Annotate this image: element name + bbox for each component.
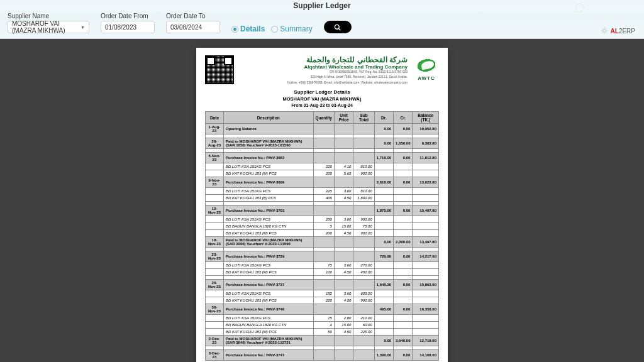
report-viewer[interactable]: شركة القحطاني للتجارة والجملة Alqahtani … bbox=[0, 39, 644, 362]
col-header: Balance (TK.) bbox=[413, 112, 439, 124]
table-row: BD LOTI KSA 151KG PCS2254.10810.00 bbox=[206, 163, 439, 170]
table-row: BD KAT KOCHU 183 (M) PCS1004.50450.00 bbox=[206, 269, 439, 276]
company-name-english: Alqahtani Wholesale and Trading Company bbox=[240, 64, 408, 70]
chevron-down-icon: ▼ bbox=[80, 25, 85, 30]
mode-summary-label: Summary bbox=[280, 25, 312, 33]
qr-code-icon bbox=[205, 55, 234, 84]
table-row: 5-Nov-23Purchase Invoice No.: PINV-36831… bbox=[206, 153, 439, 163]
gear-icon bbox=[601, 27, 608, 35]
date-from-label: Order Date From bbox=[101, 13, 155, 19]
supplier-label: Supplier Name bbox=[8, 13, 89, 19]
table-row: 26-Nov-23Purchase Invoice No.: PINV-3737… bbox=[206, 280, 439, 290]
report-page: شركة القحطاني للتجارة والجملة Alqahtani … bbox=[196, 48, 448, 362]
date-from-input[interactable] bbox=[101, 21, 155, 33]
date-to-label: Order Date To bbox=[166, 13, 220, 19]
table-row: BD LOTI KSA 151KG PCS753.60270.00 bbox=[206, 262, 439, 269]
ledger-table: DateDescriptionQuantityUnit PriceSub Tot… bbox=[205, 111, 439, 361]
company-address: 323 High Al Mina, Unit# 7980, Petromin, … bbox=[240, 75, 408, 79]
table-row: 30-Nov-23Purchase Invoice No.: PINV-3746… bbox=[206, 304, 439, 315]
leaf-icon bbox=[413, 53, 441, 77]
mode-details-radio[interactable]: Details bbox=[231, 25, 265, 33]
company-logo: AWTC bbox=[414, 55, 439, 81]
table-row: 23-Nov-23Purchase Invoice No.: PINV-3729… bbox=[206, 251, 439, 262]
brand-logo: AL2ERP bbox=[601, 27, 635, 35]
table-row: 18-Nov-23Paid to MOSHAROF VAI (MAZRA MIK… bbox=[206, 237, 439, 248]
mode-details-label: Details bbox=[240, 25, 265, 33]
search-icon bbox=[334, 24, 341, 31]
table-row: BD LOTI KSA 151KG PCS1823.60655.20 bbox=[206, 290, 439, 297]
search-button[interactable] bbox=[324, 21, 352, 33]
table-row: BD KAT KOCHU 183 (M) PCS504.50225.00 bbox=[206, 329, 439, 336]
table-row: 3-Dec-23Purchase Invoice No.: PINV-37471… bbox=[206, 350, 439, 361]
svg-line-1 bbox=[339, 28, 341, 30]
svg-point-2 bbox=[602, 30, 606, 33]
table-row: 9-Nov-23Purchase Invoice No.: PINV-36992… bbox=[206, 177, 439, 188]
svg-point-0 bbox=[335, 25, 340, 29]
table-row: 26-Aug-23Paid to MOSHAROF VAI (MAZRA MIK… bbox=[206, 138, 439, 149]
table-row: BD LOTI KSA 151KG PCS2253.60810.00 bbox=[206, 188, 439, 195]
col-header: Dr. bbox=[374, 112, 393, 124]
radio-checked-icon bbox=[231, 26, 238, 33]
brand-text-2: 2ERP bbox=[619, 28, 635, 35]
brand-text-1: AL bbox=[611, 28, 619, 35]
supplier-select[interactable]: MOSHAROF VAI (MAZRA MIKHWA) ▼ bbox=[8, 21, 89, 33]
table-row: BD LOTI KSA 151KG PCS2503.60900.00 bbox=[206, 216, 439, 223]
table-row: BD KAT KOCHU 183 (M) PCS2204.50990.00 bbox=[206, 297, 439, 304]
doc-supplier: MOSHAROF VAI (MAZRA MIKHWA) bbox=[205, 96, 439, 102]
col-header: Cr. bbox=[394, 112, 413, 124]
table-row: 2-Dec-23Paid to MOSHAROF VAI (MAZRA MIKH… bbox=[206, 336, 439, 346]
radio-unchecked-icon bbox=[271, 26, 278, 33]
doc-date-range: From 01-Aug-23 to 03-Aug-24 bbox=[205, 103, 439, 107]
table-row: 1-Aug-23Opening Balance0.000.0010,952.80 bbox=[206, 124, 439, 134]
company-registration: CR-NO5890391845, VAT Reg. No.:3102 8116 … bbox=[240, 70, 408, 74]
page-title: Supplier Ledger bbox=[0, 0, 644, 11]
company-name-arabic: شركة القحطاني للتجارة والجملة bbox=[240, 55, 408, 64]
col-header: Sub Total bbox=[353, 112, 374, 124]
table-row: BD BAGUN BANGLA 1820 KG CTN515.0075.00 bbox=[206, 223, 439, 230]
col-header: Description bbox=[223, 112, 313, 124]
table-row: BD KAT KOCHU 183 (M) PCS2005.65900.00 bbox=[206, 170, 439, 177]
date-to-input[interactable] bbox=[166, 21, 220, 33]
doc-title: Supplier Ledger Details bbox=[205, 89, 439, 95]
mode-summary-radio[interactable]: Summary bbox=[271, 25, 312, 33]
col-header: Unit Price bbox=[334, 112, 353, 124]
table-row: BD BAGUN BANGLA 1820 KG CTN415.0060.00 bbox=[206, 322, 439, 329]
company-contact: Hotline: +966 536670088, Email: info@web… bbox=[240, 80, 408, 85]
table-row: BD LOTI KSA 151KG PCS752.80210.00 bbox=[206, 315, 439, 322]
table-row: BD KAT KOCHU 183 (M) PCS2004.50900.00 bbox=[206, 230, 439, 237]
col-header: Date bbox=[206, 112, 224, 124]
filter-bar: Supplier Ledger Supplier Name MOSHAROF V… bbox=[0, 0, 644, 39]
table-row: BD KAT KOCHU 183 (B) PCS4004.501,800.00 bbox=[206, 195, 439, 202]
supplier-value: MOSHAROF VAI (MAZRA MIKHWA) bbox=[12, 20, 80, 34]
table-row: 12-Nov-23Purchase Invoice No.: PINV-3703… bbox=[206, 206, 439, 216]
col-header: Quantity bbox=[313, 112, 334, 124]
